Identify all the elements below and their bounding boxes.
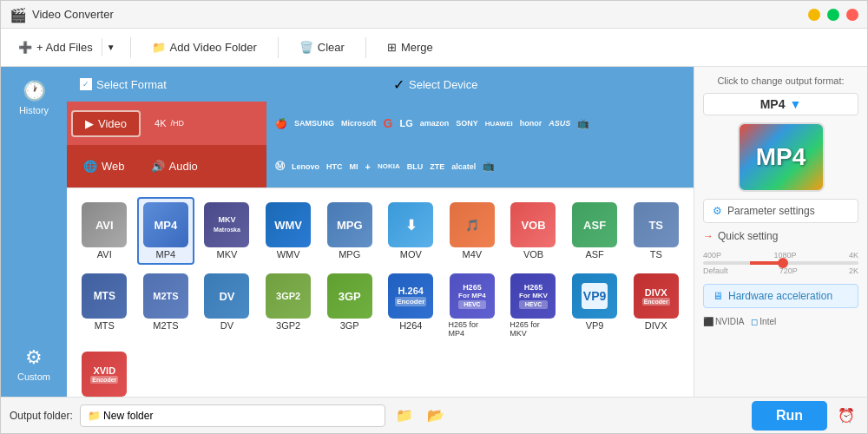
format-item-vob[interactable]: VOB VOB: [504, 197, 562, 265]
open-output-button[interactable]: 📂: [424, 404, 448, 428]
device-section: ✓ Select Device: [380, 67, 694, 102]
asus-logo[interactable]: ASUS: [549, 119, 570, 128]
sidebar-item-history[interactable]: 🕐 History: [1, 71, 67, 123]
format-item-m2ts[interactable]: M2TS M2TS: [137, 268, 195, 343]
format-item-h264[interactable]: H.264Encoder H264: [382, 268, 440, 343]
m2ts-icon: M2TS: [143, 273, 188, 319]
main-window: 🎬 Video Converter ➕ + Add Files ▼ 📁 Add …: [0, 0, 868, 434]
samsung-logo[interactable]: SAMSUNG: [294, 119, 334, 128]
format-item-avi[interactable]: AVI AVI: [76, 197, 134, 265]
dv-icon: DV: [204, 273, 249, 319]
main-area: ✓ Select Format ✓ Select Device ▶ Video: [67, 67, 694, 397]
run-button[interactable]: Run: [752, 401, 827, 431]
right-panel: Click to change output format: MP4 ▼ MP4…: [694, 67, 867, 397]
format-item-mts[interactable]: MTS MTS: [76, 268, 134, 343]
google-logo[interactable]: G: [384, 116, 393, 130]
output-path-select[interactable]: 📁 New folder: [80, 404, 385, 427]
lenovo-logo[interactable]: Lenovo: [292, 162, 319, 171]
audio-format-button[interactable]: 🔊 Audio: [139, 155, 210, 178]
format-item-asf[interactable]: ASF ASF: [566, 197, 624, 265]
output-format-preview: MP4: [738, 122, 825, 192]
add-video-folder-button[interactable]: 📁 Add Video Folder: [141, 36, 267, 58]
device-checkbox[interactable]: ✓: [393, 76, 404, 93]
hw-icon: 🖥: [713, 290, 723, 302]
format-item-mpg[interactable]: MPG MPG: [320, 197, 378, 265]
htc-logo[interactable]: HTC: [326, 162, 343, 171]
zte-logo[interactable]: ZTE: [430, 162, 444, 171]
app-icon: 🎬: [10, 7, 25, 23]
mi-logo[interactable]: MI: [350, 162, 358, 171]
lg-logo[interactable]: LG: [399, 118, 412, 128]
selected-format-text: MP4: [760, 97, 786, 111]
honor-logo[interactable]: honor: [520, 119, 542, 128]
output-format-select[interactable]: MP4 ▼: [703, 93, 858, 115]
format-item-m4v[interactable]: 🎵 M4V: [444, 197, 502, 265]
add-files-dropdown-button[interactable]: ▼: [102, 38, 120, 56]
blu-logo[interactable]: BLU: [407, 162, 424, 171]
3gp2-label: 3GP2: [276, 320, 300, 331]
alarm-button[interactable]: ⏰: [834, 404, 858, 428]
microsoft-logo[interactable]: Microsoft: [341, 119, 377, 128]
nvidia-logo: ⬛ NVIDIA: [703, 317, 744, 326]
nokia-logo[interactable]: NOKIA: [378, 162, 400, 170]
format-item-ts[interactable]: TS TS: [627, 197, 685, 265]
toolbar-divider-1: [130, 37, 131, 58]
maximize-button[interactable]: [827, 9, 839, 21]
format-types-row2: 🌐 Web 🔊 Audio Ⓜ Lenovo HTC MI + NOKIA BL…: [67, 145, 694, 188]
format-item-h265mp4[interactable]: H265For MP4HEVC H265 for MP4: [444, 268, 502, 343]
format-item-wmv[interactable]: WMV WMV: [260, 197, 318, 265]
format-item-mov[interactable]: ⬇ MOV: [382, 197, 440, 265]
format-item-divx[interactable]: DIVXEncoder DIVX: [627, 268, 685, 343]
format-grid: AVI AVI MP4 MP4 MKVMatroska: [71, 193, 689, 397]
sidebar-item-custom[interactable]: ⚙ Custom: [1, 338, 67, 390]
tv-logo[interactable]: 📺: [577, 118, 589, 129]
browse-folder-button[interactable]: 📁: [392, 404, 417, 428]
alcatel-logo[interactable]: alcatel: [451, 162, 476, 171]
oneplus-logo[interactable]: +: [365, 161, 371, 172]
mpg-label: MPG: [339, 249, 360, 260]
divx-icon: DIVXEncoder: [634, 273, 679, 319]
tv2-logo[interactable]: 📺: [483, 161, 495, 172]
video-format-button[interactable]: ▶ Video: [71, 110, 141, 137]
apple-logo[interactable]: 🍎: [275, 118, 287, 129]
device-logos-row: 🍎 SAMSUNG Microsoft G LG amazon SONY HUA…: [266, 102, 694, 145]
moto-logo[interactable]: Ⓜ: [275, 160, 285, 173]
history-icon: 🕐: [23, 80, 46, 102]
format-item-3gp2[interactable]: 3GP2 3GP2: [260, 268, 318, 343]
format-item-dv[interactable]: DV DV: [198, 268, 256, 343]
huawei-logo[interactable]: HUAWEI: [485, 120, 513, 128]
vob-icon: VOB: [510, 202, 556, 247]
gpu-logos: ⬛ NVIDIA ◻ Intel: [703, 315, 858, 328]
amazon-logo[interactable]: amazon: [420, 119, 450, 128]
4khd-format-button[interactable]: 4K/HD: [142, 113, 196, 134]
close-button[interactable]: [846, 9, 858, 21]
hardware-acceleration-button[interactable]: 🖥 Hardware acceleration: [703, 284, 858, 308]
format-item-3gp[interactable]: 3GP 3GP: [320, 268, 378, 343]
quality-slider-container[interactable]: 400P 1080P 4K Default 720P 2K: [703, 249, 858, 277]
trash-icon: 🗑️: [299, 41, 313, 54]
toolbar-divider-3: [365, 37, 366, 58]
3gp-label: 3GP: [340, 320, 359, 331]
format-item-h265mkv[interactable]: H265For MKVHEVC H265 for MKV: [504, 268, 562, 343]
add-files-button[interactable]: ➕ + Add Files: [10, 36, 102, 58]
quality-slider[interactable]: [703, 261, 858, 265]
merge-icon: ⊞: [387, 41, 397, 54]
minimize-button[interactable]: [808, 9, 820, 21]
format-item-mp4[interactable]: MP4 MP4: [137, 197, 195, 265]
intel-logo: ◻ Intel: [751, 317, 776, 326]
format-item-xvid[interactable]: XVIDEncoder XVID: [76, 346, 134, 397]
quick-setting-label: → Quick setting: [703, 230, 858, 242]
web-format-button[interactable]: 🌐 Web: [71, 155, 137, 178]
vob-label: VOB: [523, 249, 543, 260]
format-item-vp9[interactable]: VP9 VP9: [566, 268, 624, 343]
parameter-settings-button[interactable]: ⚙ Parameter settings: [703, 199, 858, 223]
format-checkbox[interactable]: ✓: [80, 78, 92, 90]
merge-button[interactable]: ⊞ Merge: [377, 36, 444, 58]
clear-button[interactable]: 🗑️ Clear: [289, 36, 355, 58]
slider-thumb: [778, 258, 788, 268]
sony-logo[interactable]: SONY: [456, 119, 478, 128]
output-format-label: Click to change output format:: [703, 76, 858, 86]
divx-label: DIVX: [645, 320, 667, 331]
format-item-mkv[interactable]: MKVMatroska MKV: [198, 197, 256, 265]
m4v-icon: 🎵: [450, 202, 495, 247]
